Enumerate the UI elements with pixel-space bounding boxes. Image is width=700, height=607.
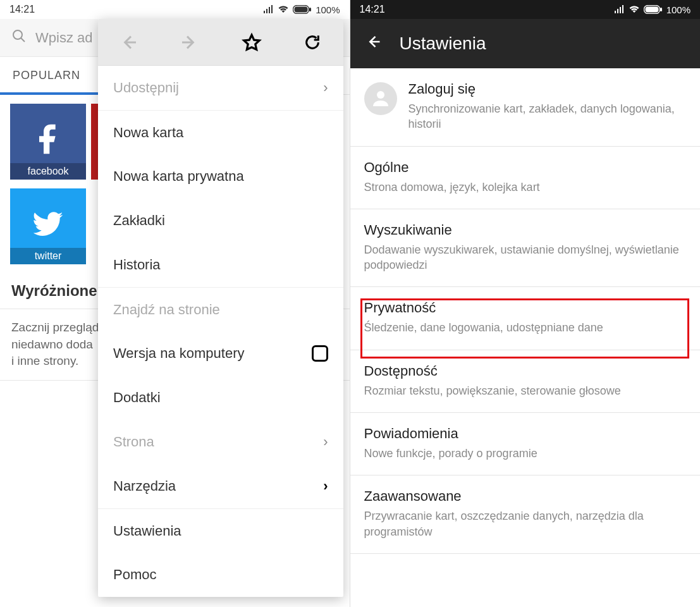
svg-rect-2 <box>269 7 270 13</box>
item-title: Dostępność <box>364 363 687 379</box>
item-title: Ogólne <box>364 159 687 176</box>
tile-label: facebook <box>10 163 86 180</box>
status-icons: 100% <box>615 4 691 15</box>
menu-item-page[interactable]: Strona › <box>98 420 343 464</box>
svg-rect-11 <box>620 7 621 13</box>
menu-label: Znajdź na stronie <box>113 302 220 318</box>
item-subtitle: Nowe funkcje, porady o programie <box>364 446 687 461</box>
tile-twitter[interactable]: twitter <box>10 188 86 264</box>
forward-icon[interactable] <box>180 32 200 52</box>
svg-rect-0 <box>264 11 265 13</box>
menu-toolbar <box>98 19 343 66</box>
settings-list: Zaloguj się Synchronizowanie kart, zakła… <box>350 68 701 554</box>
svg-point-7 <box>13 30 22 39</box>
item-subtitle: Strona domowa, język, kolejka kart <box>364 180 687 195</box>
menu-item-new-tab[interactable]: Nowa karta <box>98 110 343 154</box>
chevron-right-icon: › <box>323 80 328 96</box>
menu-label: Nowa karta <box>113 125 183 141</box>
chevron-right-icon: › <box>323 478 328 494</box>
menu-label: Dodatki <box>113 389 161 406</box>
wifi-icon <box>278 4 289 15</box>
settings-item-login[interactable]: Zaloguj się Synchronizowanie kart, zakła… <box>350 68 701 147</box>
svg-rect-6 <box>309 8 311 11</box>
status-time: 14:21 <box>9 4 35 15</box>
settings-item-notifications[interactable]: Powiadomienia Nowe funkcje, porady o pro… <box>350 413 701 475</box>
item-title: Powiadomienia <box>364 426 687 442</box>
address-placeholder: Wpisz ad <box>35 30 92 46</box>
menu-label: Nowa karta prywatna <box>113 168 244 185</box>
signal-icon <box>264 4 274 15</box>
battery-percent: 100% <box>666 4 691 15</box>
browser-menu: Udostępnij › Nowa karta Nowa karta prywa… <box>98 19 343 597</box>
menu-item-help[interactable]: Pomoc <box>98 553 343 597</box>
svg-rect-9 <box>615 11 616 13</box>
menu-item-desktop[interactable]: Wersja na komputery <box>98 331 343 376</box>
settings-header: Ustawienia <box>350 19 701 68</box>
page-title: Ustawienia <box>400 34 486 54</box>
menu-item-addons[interactable]: Dodatki <box>98 376 343 420</box>
svg-line-8 <box>21 38 25 42</box>
menu-item-bookmarks[interactable]: Zakładki <box>98 199 343 243</box>
menu-label: Zakładki <box>113 212 165 229</box>
tab-underline <box>0 92 114 95</box>
menu-label: Historia <box>113 257 161 273</box>
tab-popular[interactable]: POPULARN <box>13 69 80 82</box>
menu-item-share[interactable]: Udostępnij › <box>98 66 343 110</box>
star-icon[interactable] <box>241 32 261 52</box>
menu-label: Pomoc <box>113 567 156 583</box>
settings-item-general[interactable]: Ogólne Strona domowa, język, kolejka kar… <box>350 147 701 209</box>
chevron-right-icon: › <box>323 434 328 450</box>
item-subtitle: Synchronizowanie kart, zakładek, danych … <box>408 101 687 132</box>
item-title: Zaloguj się <box>408 81 687 97</box>
battery-percent: 100% <box>316 4 340 15</box>
item-subtitle: Śledzenie, dane logowania, udostępniane … <box>364 320 687 335</box>
menu-item-history[interactable]: Historia <box>98 243 343 287</box>
menu-label: Strona <box>113 434 154 450</box>
status-bar: 14:21 100% <box>0 0 350 19</box>
status-icons: 100% <box>264 4 340 15</box>
status-bar: 14:21 100% <box>350 0 701 19</box>
menu-label: Udostępnij <box>113 80 179 96</box>
settings-item-advanced[interactable]: Zaawansowane Przywracanie kart, oszczędz… <box>350 475 701 554</box>
svg-point-16 <box>377 91 384 99</box>
battery-icon <box>293 5 312 14</box>
menu-label: Narzędzia <box>113 478 176 494</box>
settings-item-privacy[interactable]: Prywatność Śledzenie, dane logowania, ud… <box>350 287 701 350</box>
tile-label: twitter <box>10 248 86 264</box>
menu-label: Wersja na komputery <box>113 345 244 362</box>
menu-label: Ustawienia <box>113 523 181 539</box>
tile-facebook[interactable]: facebook <box>10 104 86 180</box>
svg-rect-10 <box>617 9 618 13</box>
settings-item-search[interactable]: Wyszukiwanie Dodawanie wyszukiwarek, ust… <box>350 209 701 288</box>
phone-screen-settings: 14:21 100% Ustawienia Zaloguj się <box>350 0 701 607</box>
item-subtitle: Przywracanie kart, oszczędzanie danych, … <box>364 508 687 539</box>
svg-rect-1 <box>266 9 267 13</box>
back-icon[interactable] <box>118 32 138 52</box>
signal-icon <box>615 4 625 15</box>
item-subtitle: Rozmiar tekstu, powiększanie, sterowanie… <box>364 383 687 398</box>
svg-rect-15 <box>660 8 662 11</box>
item-title: Prywatność <box>364 300 687 316</box>
svg-rect-14 <box>645 7 658 13</box>
svg-rect-3 <box>271 5 273 13</box>
checkbox-icon[interactable] <box>312 345 328 362</box>
item-subtitle: Dodawanie wyszukiwarek, ustawianie domyś… <box>364 242 687 273</box>
menu-item-new-private-tab[interactable]: Nowa karta prywatna <box>98 154 343 199</box>
item-title: Wyszukiwanie <box>364 222 687 238</box>
menu-item-settings[interactable]: Ustawienia <box>98 508 343 553</box>
back-icon[interactable] <box>364 33 382 55</box>
search-icon <box>11 28 27 47</box>
settings-item-accessibility[interactable]: Dostępność Rozmiar tekstu, powiększanie,… <box>350 350 701 413</box>
item-title: Zaawansowane <box>364 488 687 505</box>
svg-rect-5 <box>295 7 308 13</box>
reload-icon[interactable] <box>302 32 322 52</box>
status-time: 14:21 <box>360 4 385 15</box>
menu-item-find[interactable]: Znajdź na stronie <box>98 287 343 331</box>
battery-icon <box>644 5 663 14</box>
menu-item-tools[interactable]: Narzędzia › <box>98 464 343 508</box>
phone-screen-browser: 14:21 100% Wpisz ad POPULARN fac <box>0 0 350 607</box>
wifi-icon <box>629 4 640 15</box>
avatar-icon <box>364 82 397 115</box>
svg-rect-12 <box>622 5 623 13</box>
